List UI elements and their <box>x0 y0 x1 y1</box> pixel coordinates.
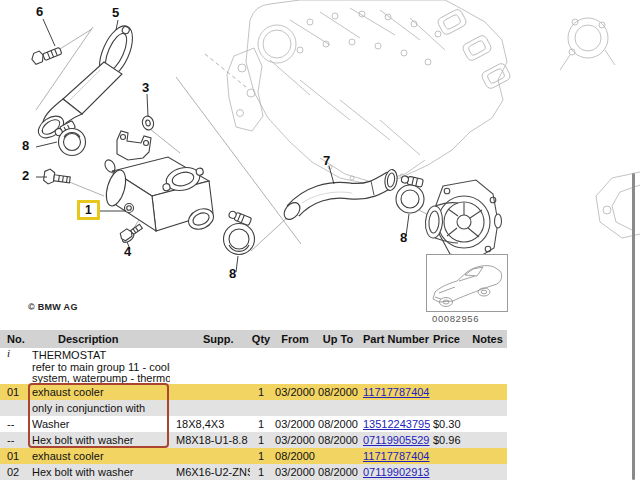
table-cell: 18X8,4X3 <box>170 416 250 432</box>
description-cell: Hex bolt with washer <box>30 432 170 448</box>
description-cell: exhaust cooler <box>30 384 170 400</box>
table-cell <box>430 464 468 480</box>
table-cell: 1 <box>250 448 272 464</box>
table-cell <box>318 448 358 464</box>
table-cell <box>250 348 272 384</box>
table-cell: 08/2000 <box>318 432 358 448</box>
table-body: iTHERMOSTATrefer to main group 11 - cool… <box>0 348 507 480</box>
table-row: 02Hex bolt with washerM6X16-U2-ZNS3103/2… <box>0 464 507 480</box>
table-cell <box>170 400 250 416</box>
table-row: 01exhaust cooler103/200008/2000117177874… <box>0 384 507 400</box>
column-header-description: Description <box>30 330 170 348</box>
table-cell: -- <box>0 432 30 448</box>
table-cell <box>358 400 430 416</box>
diagram-callout-2[interactable]: 2 <box>22 169 29 182</box>
description-cell: THERMOSTATrefer to main group 11 - cooli… <box>30 348 170 384</box>
table-cell: 01 <box>0 448 30 464</box>
table-cell <box>468 348 507 384</box>
table-cell <box>430 348 468 384</box>
column-header-price: Price <box>430 330 468 348</box>
table-cell: $0.30 <box>430 416 468 432</box>
column-header-part-number: Part Number <box>358 330 430 348</box>
table-cell: M6X16-U2-ZNS3 <box>170 464 250 480</box>
table-cell <box>170 448 250 464</box>
table-cell <box>170 384 250 400</box>
vehicle-sketch <box>427 255 507 311</box>
table-cell: 03/2000 <box>272 416 318 432</box>
table-row: --Hex bolt with washerM8X18-U1-8.8103/20… <box>0 432 507 448</box>
table-cell <box>468 416 507 432</box>
table-cell <box>250 400 272 416</box>
vertical-scrollbar[interactable] <box>632 173 635 480</box>
table-cell <box>468 448 507 464</box>
part-number-link[interactable]: 11717787404 <box>363 386 429 398</box>
table-cell <box>430 448 468 464</box>
table-cell: 08/2000 <box>272 448 318 464</box>
table-cell: 08/2000 <box>318 464 358 480</box>
description-cell: Hex bolt with washer <box>30 464 170 480</box>
table-cell <box>272 400 318 416</box>
table-cell: 07119905529 <box>358 432 430 448</box>
table-cell <box>468 400 507 416</box>
part-number-link[interactable]: 07119905529 <box>363 434 429 446</box>
description-cell: exhaust cooler <box>30 448 170 464</box>
table-cell: 07119902913 <box>358 464 430 480</box>
table-cell: 1 <box>250 416 272 432</box>
part-number-link[interactable]: 11717787404 <box>363 450 429 462</box>
table-cell: 1 <box>250 464 272 480</box>
table-cell <box>318 400 358 416</box>
diagram-artwork <box>0 0 640 330</box>
table-cell: i <box>0 348 30 384</box>
diagram-callout-1[interactable]: 1 <box>77 200 100 220</box>
table-cell <box>468 384 507 400</box>
table-cell: 03/2000 <box>272 384 318 400</box>
table-header-row: No.DescriptionSupp.QtyFromUp ToPart Numb… <box>0 330 507 348</box>
table-cell: 1 <box>250 432 272 448</box>
column-header-up-to: Up To <box>318 330 358 348</box>
table-cell: 1 <box>250 384 272 400</box>
table-cell: 03/2000 <box>272 464 318 480</box>
part-number-link[interactable]: 07119902913 <box>363 466 429 478</box>
table-cell <box>0 400 30 416</box>
exploded-diagram: © BMW AG 00082956 6538214878 <box>0 0 640 330</box>
table-cell <box>318 348 358 384</box>
column-header-supp-: Supp. <box>170 330 250 348</box>
table-cell <box>468 432 507 448</box>
table-row: iTHERMOSTATrefer to main group 11 - cool… <box>0 348 507 384</box>
table-cell: 01 <box>0 384 30 400</box>
table-cell: 11717787404 <box>358 448 430 464</box>
table-cell <box>272 348 318 384</box>
description-cell: only in conjunction with <box>30 400 170 416</box>
table-cell <box>430 384 468 400</box>
diagram-callout-5[interactable]: 5 <box>112 6 119 19</box>
table-cell: 08/2000 <box>318 384 358 400</box>
vehicle-thumbnail <box>426 254 508 312</box>
table-cell: $0.96 <box>430 432 468 448</box>
diagram-callout-6[interactable]: 6 <box>36 5 43 18</box>
diagram-callout-4[interactable]: 4 <box>124 245 131 258</box>
diagram-callout-8[interactable]: 8 <box>22 139 29 152</box>
table-row: only in conjunction with <box>0 400 507 416</box>
table-cell <box>468 464 507 480</box>
table-row: --Washer18X8,4X3103/200008/2000135122437… <box>0 416 507 432</box>
parts-table: No.DescriptionSupp.QtyFromUp ToPart Numb… <box>0 330 507 480</box>
diagram-callout-8[interactable]: 8 <box>400 231 407 244</box>
table-cell: 13512243795 <box>358 416 430 432</box>
table-cell <box>358 348 430 384</box>
diagram-callout-8[interactable]: 8 <box>229 267 236 280</box>
bmw-copyright: © BMW AG <box>28 302 78 312</box>
diagram-callout-3[interactable]: 3 <box>142 81 149 94</box>
table-cell: 02 <box>0 464 30 480</box>
table-cell: M8X18-U1-8.8 <box>170 432 250 448</box>
column-header-no-: No. <box>0 330 30 348</box>
column-header-from: From <box>272 330 318 348</box>
table-cell: -- <box>0 416 30 432</box>
description-cell: Washer <box>30 416 170 432</box>
part-number-link[interactable]: 13512243795 <box>363 418 430 430</box>
table-cell: 08/2000 <box>318 416 358 432</box>
diagram-callout-7[interactable]: 7 <box>323 154 330 167</box>
parts-catalog-page: © BMW AG 00082956 6538214878 No.Descript… <box>0 0 640 480</box>
column-header-notes: Notes <box>468 330 507 348</box>
table-cell: 11717787404 <box>358 384 430 400</box>
table-cell <box>430 400 468 416</box>
